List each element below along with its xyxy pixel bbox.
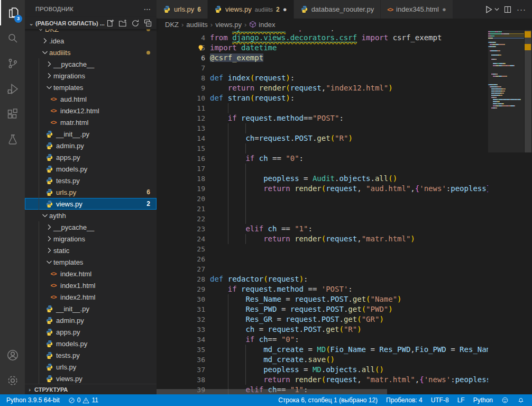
code-line-21[interactable]: 21: [157, 204, 532, 214]
code-line-8[interactable]: 8def index(request):: [157, 73, 532, 83]
more-actions-icon[interactable]: ⋯: [144, 5, 151, 13]
code-line-14[interactable]: 14ch=request.POST.get("R"): [157, 133, 532, 143]
tab-urls.py[interactable]: urls.py6: [157, 0, 208, 19]
tree-item-static[interactable]: static: [25, 245, 157, 256]
code-line-34[interactable]: 34if ch== "0":: [157, 335, 532, 345]
refresh-icon[interactable]: [130, 18, 141, 29]
lightbulb-icon[interactable]: [197, 44, 205, 52]
chevron-down-icon[interactable]: [493, 3, 500, 16]
tree-item-aythh[interactable]: aythh: [25, 210, 157, 221]
minimap[interactable]: [488, 30, 524, 394]
tree-item-index1.html[interactable]: <>index1.html: [25, 279, 157, 291]
code-line-25[interactable]: 25: [157, 244, 532, 254]
tree-item-models.py[interactable]: models.py: [25, 163, 157, 175]
tree-item-templates[interactable]: templates: [25, 82, 157, 93]
activity-item-settings[interactable]: [0, 368, 25, 393]
tab-index345.html[interactable]: <>index345.html●: [381, 0, 453, 19]
tree-item-views.py[interactable]: views.py: [25, 373, 157, 384]
code-line-35[interactable]: 35md_create = MD(Fio_Name = Res_PWD,Fio_…: [157, 345, 532, 355]
tree-item-apps.py[interactable]: apps.py: [25, 326, 157, 338]
python-interpreter-status[interactable]: Python 3.9.5 64-bit: [2, 394, 64, 406]
activity-item-extensions[interactable]: [0, 102, 25, 127]
more-actions-icon[interactable]: ···: [515, 3, 528, 16]
tree-item-index.html[interactable]: <>index.html: [25, 268, 157, 279]
code-line-11[interactable]: 11: [157, 103, 532, 113]
code-line-19[interactable]: 19return render(request, "aud.html",{'ne…: [157, 184, 532, 194]
code-line-22[interactable]: 22: [157, 214, 532, 224]
code-line-24[interactable]: 24return render(request,"matr.html"): [157, 234, 532, 244]
breadcrumb-item-DKZ[interactable]: DKZ: [165, 21, 179, 29]
tree-item-index2.html[interactable]: <>index2.html: [25, 291, 157, 303]
tree-item-audiiits[interactable]: audiiits: [25, 47, 157, 58]
tree-item-matr.html[interactable]: <>matr.html: [25, 116, 157, 128]
code-line-5[interactable]: 5import datetime: [157, 43, 532, 53]
feedback-icon[interactable]: [497, 394, 513, 406]
tree-item-tests.py[interactable]: tests.py: [25, 349, 157, 361]
problems-status[interactable]: 0 11: [64, 394, 103, 406]
tab-database_roouter.py[interactable]: database_roouter.py: [294, 0, 381, 19]
tree-item-aud.html[interactable]: <>aud.html: [25, 93, 157, 105]
code-line-31[interactable]: 31Res_PWD = request.POST.get("PWD"): [157, 304, 532, 314]
tree-item-__init__.py[interactable]: __init__.py: [25, 128, 157, 140]
code-line-4[interactable]: 4from django.views.decorators.csrf impor…: [157, 33, 532, 43]
code-line-37[interactable]: 37peopless = MD.objects.all(): [157, 365, 532, 375]
activity-item-testing[interactable]: [0, 127, 25, 152]
tab-views.py[interactable]: views.pyaudiiits2●: [208, 0, 294, 19]
code-line-17[interactable]: 17: [157, 164, 532, 174]
tree-item-__pycache__[interactable]: __pycache__: [25, 58, 157, 70]
eol-status[interactable]: LF: [453, 394, 469, 406]
code-line-13[interactable]: 13: [157, 123, 532, 133]
breadcrumb-item-index[interactable]: index: [249, 21, 275, 29]
new-file-icon[interactable]: [105, 18, 115, 29]
tree-item-__init__.py[interactable]: __init__.py: [25, 303, 157, 314]
tree-item-apps.py[interactable]: apps.py: [25, 151, 157, 163]
activity-item-explorer[interactable]: 3: [0, 0, 25, 25]
split-editor-icon[interactable]: [501, 3, 514, 16]
encoding-status[interactable]: UTF-8: [427, 394, 453, 406]
code-line-18[interactable]: 18peopless = Audit.objects.all(): [157, 174, 532, 184]
code-line-20[interactable]: 20: [157, 194, 532, 204]
bell-icon[interactable]: [513, 394, 529, 406]
dirty-dot-icon[interactable]: ●: [442, 5, 446, 13]
code-line-28[interactable]: 28def redactor(request):: [157, 274, 532, 284]
tree-item-tests.py[interactable]: tests.py: [25, 175, 157, 186]
tree-item-views.py[interactable]: views.py2: [25, 198, 157, 210]
workspace-section-header[interactable]: ⌄ (РАБОЧАЯ ОБЛАСТЬ) ...: [25, 17, 157, 29]
breadcrumb-item-views.py[interactable]: views.py: [215, 21, 242, 29]
tree-item-urls.py[interactable]: urls.py6: [25, 186, 157, 198]
tree-item-__pycache__[interactable]: __pycache__: [25, 221, 157, 233]
tree-item-index12.html[interactable]: <>index12.html: [25, 105, 157, 116]
code-line-15[interactable]: 15: [157, 143, 532, 154]
code-line-12[interactable]: 12if request.method=="POST":: [157, 113, 532, 123]
outline-section-header[interactable]: › СТРУКТУРА: [25, 384, 157, 394]
tree-item-.idea[interactable]: .idea: [25, 35, 157, 47]
tree-item-admin.py[interactable]: admin.py: [25, 140, 157, 151]
language-mode-status[interactable]: Python: [469, 394, 497, 406]
tree-item-admin.py[interactable]: admin.py: [25, 314, 157, 326]
new-folder-icon[interactable]: [117, 18, 128, 29]
activity-item-accounts[interactable]: [0, 342, 25, 368]
cursor-position-status[interactable]: Строка 6, столбец 1 (выбрано 12): [274, 394, 382, 406]
code-line-6[interactable]: 6@csrf_exempt: [157, 53, 532, 63]
code-line-38[interactable]: 38return render(request, "matr.html",{'n…: [157, 375, 532, 385]
activity-item-search[interactable]: [0, 25, 25, 51]
tree-item-urls.py[interactable]: urls.py: [25, 361, 157, 373]
activity-item-source-control[interactable]: [0, 51, 25, 76]
tree-item-migrations[interactable]: migrations: [25, 233, 157, 245]
code-editor[interactable]: 3from aythh.models import MD,Audit4from …: [157, 30, 532, 394]
tree-item-models.py[interactable]: models.py: [25, 338, 157, 349]
tree-item-DKZ[interactable]: DKZ: [25, 29, 157, 35]
tree-item-migrations[interactable]: migrations: [25, 70, 157, 82]
activity-item-run-and-debug[interactable]: [0, 76, 25, 102]
horizontal-scrollbar-thumb[interactable]: [157, 389, 387, 394]
code-line-29[interactable]: 29if request.method == 'POST':: [157, 284, 532, 294]
code-line-9[interactable]: 9return render(request,"index12.html"): [157, 83, 532, 93]
code-line-16[interactable]: 16if ch == "0":: [157, 154, 532, 164]
code-line-23[interactable]: 23elif ch == "1":: [157, 224, 532, 234]
breadcrumb-item-audiiits[interactable]: audiiits: [186, 21, 207, 29]
dirty-dot-icon[interactable]: ●: [283, 5, 287, 13]
code-line-26[interactable]: 26: [157, 254, 532, 264]
code-line-30[interactable]: 30Res_Name = request.POST.get("Name"): [157, 294, 532, 304]
code-line-27[interactable]: 27: [157, 264, 532, 274]
code-line-32[interactable]: 32Res_GR = request.POST.get("GR"): [157, 314, 532, 324]
